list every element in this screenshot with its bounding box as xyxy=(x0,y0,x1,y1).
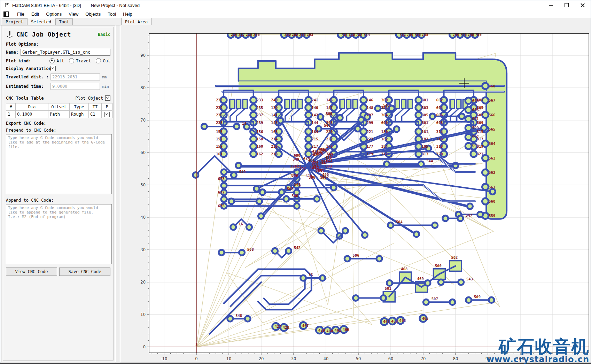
svg-text:462: 462 xyxy=(383,319,390,324)
append-textarea[interactable] xyxy=(6,204,112,264)
save-cnc-code-button[interactable]: Save CNC Code xyxy=(59,268,110,276)
display-annotation-checkbox[interactable] xyxy=(50,66,56,71)
svg-text:506: 506 xyxy=(353,253,359,257)
prepend-textarea[interactable] xyxy=(6,134,112,194)
svg-text:608: 608 xyxy=(436,121,443,125)
svg-text:548: 548 xyxy=(235,313,242,318)
svg-text:0: 0 xyxy=(143,344,146,349)
svg-text:509: 509 xyxy=(474,295,481,299)
tab-plot-area[interactable]: Plot Area xyxy=(121,18,151,26)
svg-text:562: 562 xyxy=(489,170,495,175)
table-row[interactable]: 1 0.1000 Path Rough C1 xyxy=(6,111,112,118)
tab-tool[interactable]: Tool xyxy=(55,18,73,25)
svg-text:50: 50 xyxy=(140,183,146,187)
panel-scrollbar[interactable] xyxy=(116,25,120,362)
svg-text:232: 232 xyxy=(216,98,223,102)
titlebar: FlatCAM 8.991 BETA - 64bit - [3D] New Pr… xyxy=(0,0,591,10)
svg-text:508: 508 xyxy=(247,247,254,251)
tab-selected[interactable]: Selected xyxy=(27,18,55,26)
name-input[interactable] xyxy=(21,49,110,56)
radio-cut-label: Cut xyxy=(103,59,110,63)
plot-object-checkbox[interactable] xyxy=(105,95,110,101)
estimated-time-label: Estimated time: xyxy=(6,84,50,89)
tab-project[interactable]: Project xyxy=(2,18,27,25)
col-p: P xyxy=(102,103,112,111)
page-title: CNC Job Object xyxy=(16,31,71,38)
svg-text:312: 312 xyxy=(381,152,388,156)
svg-text:297: 297 xyxy=(367,113,373,117)
radio-travel-label: Travel xyxy=(76,59,91,63)
travelled-dist-field xyxy=(50,73,100,80)
minimize-button[interactable] xyxy=(543,0,559,10)
svg-text:565: 565 xyxy=(489,127,495,131)
tool-plot-checkbox[interactable] xyxy=(104,112,110,117)
svg-text:299: 299 xyxy=(367,121,373,125)
svg-text:595: 595 xyxy=(472,144,479,148)
svg-text:144: 144 xyxy=(312,121,318,125)
svg-text:561: 561 xyxy=(489,185,495,189)
svg-text:238: 238 xyxy=(216,121,223,125)
append-label: Append to CNC Code: xyxy=(6,198,110,203)
svg-text:217: 217 xyxy=(238,32,245,37)
plot-canvas[interactable]: 2162172182552802822862937187207227247327… xyxy=(120,25,591,364)
svg-text:20: 20 xyxy=(140,280,146,285)
radio-all[interactable] xyxy=(49,58,55,63)
close-button[interactable] xyxy=(575,0,591,10)
cell-tt: C1 xyxy=(89,111,102,118)
plot-kind-label: Plot kind: xyxy=(6,59,45,63)
svg-text:738: 738 xyxy=(422,32,428,37)
menu-view[interactable]: View xyxy=(65,11,82,17)
svg-text:549: 549 xyxy=(239,170,246,174)
svg-text:400: 400 xyxy=(322,172,329,177)
svg-text:546: 546 xyxy=(291,194,298,198)
menu-file[interactable]: File xyxy=(14,11,28,17)
watermark-url: www.crystalradio.cn xyxy=(487,355,589,364)
svg-text:320: 320 xyxy=(436,152,443,156)
svg-text:542: 542 xyxy=(294,246,301,250)
svg-text:503: 503 xyxy=(287,187,294,191)
menu-options[interactable]: Options xyxy=(42,11,65,17)
svg-text:239: 239 xyxy=(256,121,263,125)
svg-text:466: 466 xyxy=(343,327,349,332)
svg-text:160: 160 xyxy=(256,144,263,148)
menu-edit[interactable]: Edit xyxy=(28,11,42,17)
menu-objects[interactable]: Objects xyxy=(82,11,104,17)
basic-mode-label[interactable]: Basic xyxy=(98,32,110,37)
travelled-unit: mm xyxy=(102,75,107,79)
selected-panel: CNC Job Object Basic Plot Options: Name:… xyxy=(1,25,115,362)
radio-cut[interactable] xyxy=(96,58,101,63)
svg-text:601: 601 xyxy=(422,121,428,125)
maximize-button[interactable] xyxy=(559,0,575,10)
display-annotation-label: Display Annotation: xyxy=(6,66,50,71)
svg-text:220: 220 xyxy=(326,130,333,134)
svg-text:180: 180 xyxy=(381,130,388,134)
svg-text:744: 744 xyxy=(453,32,459,37)
svg-text:60: 60 xyxy=(140,150,146,155)
svg-text:293: 293 xyxy=(307,32,313,37)
menu-help[interactable]: Help xyxy=(119,11,136,17)
menu-tool[interactable]: Tool xyxy=(104,11,119,17)
svg-text:722: 722 xyxy=(356,32,363,37)
svg-text:148: 148 xyxy=(367,106,373,110)
svg-text:70: 70 xyxy=(421,356,426,361)
radio-travel[interactable] xyxy=(69,58,74,63)
view-cnc-code-button[interactable]: View CNC Code xyxy=(6,268,57,276)
svg-text:606: 606 xyxy=(436,113,443,117)
svg-text:156: 156 xyxy=(256,130,263,134)
menu-panel-toggle-icon[interactable] xyxy=(3,11,9,17)
svg-text:181: 181 xyxy=(422,130,428,134)
svg-text:1: 1 xyxy=(195,342,197,346)
svg-text:158: 158 xyxy=(256,137,263,141)
svg-text:300: 300 xyxy=(381,98,388,102)
watermark-cjk: 矿石收音机 xyxy=(487,338,589,355)
svg-text:222: 222 xyxy=(326,137,333,141)
svg-text:304: 304 xyxy=(381,113,388,117)
cnc-job-icon xyxy=(6,31,14,38)
svg-text:609: 609 xyxy=(477,121,483,125)
svg-text:422: 422 xyxy=(295,164,302,168)
svg-text:718: 718 xyxy=(341,32,348,37)
svg-text:235: 235 xyxy=(256,106,263,110)
svg-text:0: 0 xyxy=(195,356,197,361)
svg-text:40: 40 xyxy=(140,215,146,220)
svg-text:427: 427 xyxy=(275,324,281,328)
